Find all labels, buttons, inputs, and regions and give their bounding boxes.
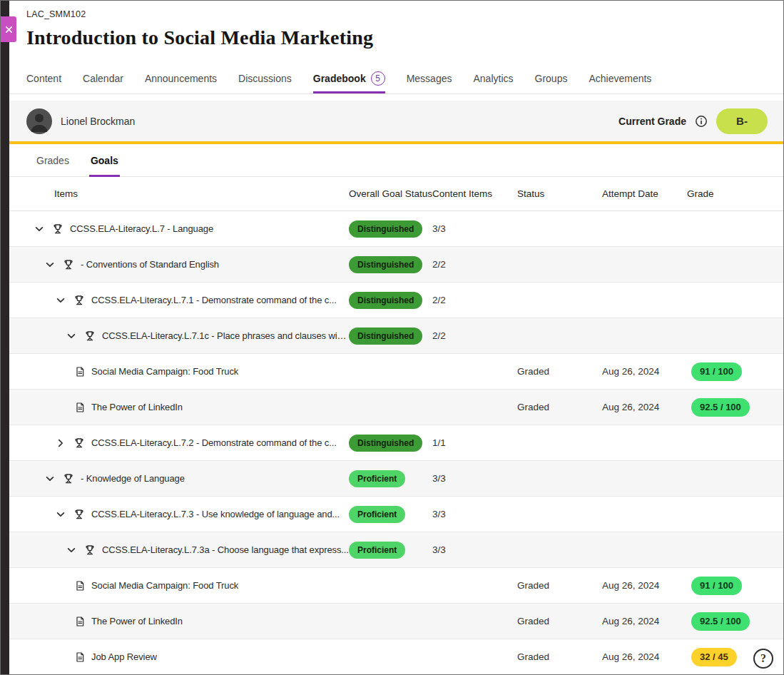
- item-row: The Power of LinkedInGradedAug 26, 20249…: [9, 604, 784, 639]
- item-row: Social Media Campaign: Food TruckGradedA…: [9, 354, 784, 390]
- grade-pill[interactable]: 92.5 / 100: [691, 398, 750, 417]
- close-panel-tab[interactable]: [1, 16, 16, 42]
- item-label[interactable]: Social Media Campaign: Food Truck: [91, 580, 238, 591]
- tab-label: Content: [26, 73, 61, 84]
- collapse-row-button[interactable]: [54, 294, 67, 307]
- grade-pill[interactable]: 92.5 / 100: [691, 612, 750, 631]
- subtab-goals[interactable]: Goals: [89, 155, 120, 177]
- overall-grade-badge[interactable]: B-: [716, 108, 768, 134]
- trophy-icon: [83, 544, 96, 557]
- attempt-date: Aug 26, 2024: [602, 580, 687, 591]
- goal-label[interactable]: - Knowledge of Language: [81, 473, 185, 484]
- content-items-count: 3/3: [432, 223, 517, 234]
- item-label[interactable]: Social Media Campaign: Food Truck: [91, 366, 238, 377]
- trophy-icon: [73, 437, 86, 450]
- collapsed-side-rail: [1, 1, 9, 674]
- collapse-row-button[interactable]: [54, 508, 67, 521]
- item-status: Graded: [517, 580, 602, 591]
- subtab-grades[interactable]: Grades: [35, 155, 71, 177]
- course-code: LAC_SMM102: [26, 9, 768, 20]
- tab-discussions[interactable]: Discussions: [238, 63, 292, 93]
- tab-analytics[interactable]: Analytics: [473, 63, 513, 93]
- collapse-row-button[interactable]: [33, 223, 46, 235]
- chevron-down-icon: [45, 474, 55, 484]
- tab-gradebook[interactable]: Gradebook5: [313, 63, 385, 93]
- chevron-down-icon: [56, 295, 66, 305]
- grade-pill[interactable]: 91 / 100: [691, 577, 742, 595]
- tab-calendar[interactable]: Calendar: [83, 63, 123, 93]
- chevron-down-icon: [56, 509, 66, 519]
- item-status: Graded: [517, 651, 602, 662]
- item-label[interactable]: The Power of LinkedIn: [91, 616, 183, 626]
- content-items-count: 2/2: [432, 330, 517, 341]
- goal-row: CCSS.ELA-Literacy.L.7.3 - Use knowledge …: [9, 497, 784, 532]
- item-label[interactable]: The Power of LinkedIn: [91, 402, 183, 412]
- item-row: Job App ReviewGradedAug 26, 202432 / 45: [9, 639, 784, 675]
- grade-pill[interactable]: 32 / 45: [691, 648, 737, 666]
- goal-status-badge: Proficient: [349, 506, 405, 523]
- tab-messages[interactable]: Messages: [407, 63, 452, 93]
- document-icon: [74, 366, 86, 377]
- item-status: Graded: [517, 402, 602, 412]
- grade-pill[interactable]: 91 / 100: [691, 362, 742, 381]
- help-button[interactable]: ?: [753, 649, 773, 669]
- goal-label[interactable]: CCSS.ELA-Literacy.L.7.1c - Place phrases…: [102, 330, 349, 341]
- tab-label: Calendar: [83, 73, 123, 84]
- goal-label[interactable]: CCSS.ELA-Literacy.L.7.1 - Demonstrate co…: [91, 295, 337, 305]
- page-title: Introduction to Social Media Marketing: [26, 24, 768, 51]
- item-row: Social Media Campaign: Food TruckGradedA…: [9, 568, 784, 604]
- tab-achievements[interactable]: Achievements: [589, 63, 651, 93]
- goal-row: - Conventions of Standard EnglishDisting…: [9, 247, 784, 283]
- close-icon: [5, 26, 13, 34]
- document-icon: [74, 580, 86, 592]
- goals-table-body: CCSS.ELA-Literacy.L.7 - LanguageDistingu…: [9, 211, 784, 675]
- current-grade-group: Current Grade B-: [618, 108, 768, 134]
- gradebook-subtabs: GradesGoals: [9, 144, 784, 177]
- goal-label[interactable]: - Conventions of Standard English: [81, 259, 219, 270]
- question-mark-icon: ?: [760, 652, 766, 665]
- tab-label: Messages: [407, 73, 452, 84]
- goal-status-badge: Proficient: [349, 470, 405, 487]
- content-items-count: 2/2: [432, 259, 517, 270]
- column-header-grade: Grade: [687, 188, 784, 199]
- student-name: Lionel Brockman: [61, 116, 135, 127]
- collapse-row-button[interactable]: [44, 258, 56, 271]
- tab-label: Analytics: [473, 73, 513, 84]
- gradebook-page: LAC_SMM102 Introduction to Social Media …: [0, 0, 784, 675]
- item-label[interactable]: Job App Review: [91, 651, 157, 662]
- trophy-icon: [62, 258, 75, 271]
- goal-label[interactable]: CCSS.ELA-Literacy.L.7 - Language: [70, 223, 213, 234]
- tab-content[interactable]: Content: [26, 63, 61, 93]
- trophy-icon: [62, 472, 75, 485]
- column-header-content-items: Content Items: [432, 188, 517, 199]
- goals-table-header: Items Overall Goal Status Content Items …: [9, 177, 784, 211]
- tab-announcements[interactable]: Announcements: [145, 63, 217, 93]
- collapse-row-button[interactable]: [44, 472, 56, 485]
- goal-status-badge: Distinguished: [349, 328, 422, 345]
- course-nav: ContentCalendarAnnouncementsDiscussionsG…: [9, 63, 784, 94]
- tab-label: Achievements: [589, 73, 651, 84]
- goal-status-badge: Distinguished: [349, 292, 422, 309]
- chevron-down-icon: [34, 224, 44, 234]
- chevron-down-icon: [56, 438, 66, 448]
- column-header-items: Items: [9, 188, 349, 199]
- trophy-icon: [51, 223, 64, 235]
- grade-info-icon[interactable]: [695, 115, 708, 128]
- goal-status-badge: Distinguished: [349, 256, 422, 273]
- tab-label: Announcements: [145, 73, 217, 84]
- goal-label[interactable]: CCSS.ELA-Literacy.L.7.3a - Choose langua…: [102, 544, 349, 555]
- document-icon: [74, 651, 86, 663]
- content-items-count: 2/2: [432, 295, 517, 305]
- goal-label[interactable]: CCSS.ELA-Literacy.L.7.3 - Use knowledge …: [91, 509, 340, 519]
- chevron-down-icon: [45, 260, 55, 270]
- expand-row-button[interactable]: [54, 437, 67, 450]
- attempt-date: Aug 26, 2024: [602, 402, 687, 412]
- collapse-row-button[interactable]: [65, 330, 78, 342]
- collapse-row-button[interactable]: [65, 544, 78, 557]
- goal-status-badge: Distinguished: [349, 220, 422, 238]
- item-status: Graded: [517, 616, 602, 626]
- goal-label[interactable]: CCSS.ELA-Literacy.L.7.2 - Demonstrate co…: [91, 437, 337, 448]
- trophy-icon: [73, 294, 86, 307]
- tab-groups[interactable]: Groups: [535, 63, 568, 93]
- column-header-attempt-date: Attempt Date: [602, 188, 687, 199]
